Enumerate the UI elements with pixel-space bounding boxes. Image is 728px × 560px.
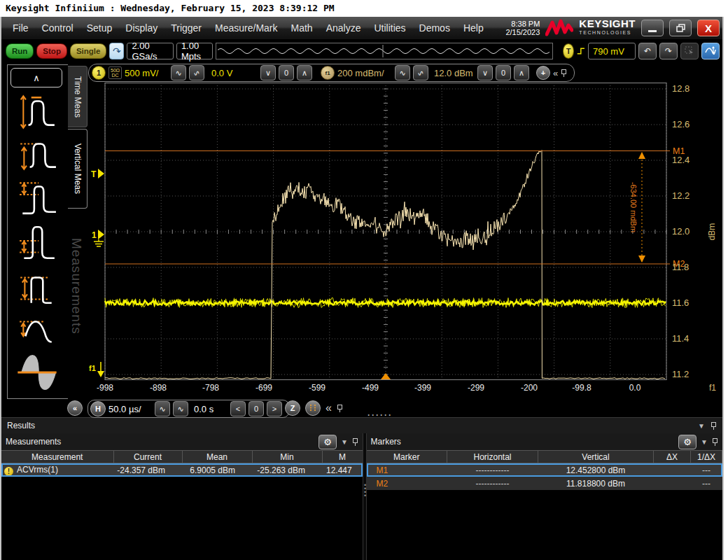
f1-indicator[interactable]: f1 — [321, 66, 335, 80]
menu-file[interactable]: File — [13, 22, 29, 34]
memory-depth-field[interactable]: 1.00 Mpts — [176, 43, 213, 59]
f1-offset-down-button[interactable]: ∨ — [477, 65, 493, 80]
close-button[interactable]: X — [697, 20, 720, 36]
panel-splitter-handle[interactable]: ······ — [368, 410, 393, 420]
pin-icon[interactable] — [712, 438, 718, 446]
measure-vpp-icon[interactable] — [15, 268, 59, 309]
ch1-scale-down-icon[interactable]: ∿ — [189, 65, 204, 80]
hposition-right-button[interactable]: > — [267, 401, 282, 416]
pin-icon[interactable] — [337, 404, 343, 412]
menu-math[interactable]: Math — [291, 22, 313, 34]
single-button[interactable]: Single — [70, 43, 107, 59]
zoom-button[interactable]: Z — [285, 400, 300, 416]
undo-button[interactable]: ↶ — [638, 43, 657, 59]
channel1-ground-marker[interactable]: 1 — [92, 230, 104, 246]
col-marker[interactable]: Marker — [367, 451, 447, 463]
pin-icon[interactable] — [561, 69, 567, 77]
touch-button[interactable]: ↷ — [109, 43, 124, 59]
marker-row-m1[interactable]: M1 ------------ 12.452800 dBm --- — [367, 463, 722, 477]
menu-utilities[interactable]: Utilities — [374, 22, 405, 34]
run-button[interactable]: Run — [6, 43, 34, 59]
col-measurement[interactable]: Measurement — [1, 451, 113, 463]
ch1-offset-up-button[interactable]: ∧ — [297, 65, 312, 80]
measure-vmax-icon[interactable] — [15, 92, 59, 132]
f1-scale-field[interactable]: 200 mdBm/ — [337, 68, 392, 78]
chevron-down-icon[interactable]: ▼ — [341, 438, 348, 446]
markers-settings-button[interactable]: ⚙ — [678, 435, 696, 449]
restore-button[interactable] — [669, 20, 692, 36]
measurements-settings-button[interactable]: ⚙ — [318, 435, 337, 449]
f1-offset-zero-button[interactable]: 0 — [496, 65, 511, 80]
markers-table-header: Marker Horizontal Vertical ΔX 1/ΔX — [367, 451, 722, 463]
pin-icon[interactable] — [710, 421, 717, 430]
tab-vertical-meas[interactable]: Vertical Meas — [68, 129, 88, 209]
chevron-down-icon[interactable]: ▼ — [701, 438, 708, 446]
measure-vtop-icon[interactable] — [15, 134, 59, 174]
f1-trace[interactable] — [105, 150, 665, 379]
cursor-tool-button[interactable] — [680, 43, 699, 59]
tab-time-meas[interactable]: Time Meas — [68, 66, 88, 127]
palette-scroll-up-button[interactable]: ∧ — [10, 68, 62, 88]
col-horizontal[interactable]: Horizontal — [447, 451, 538, 463]
acquisition-preview-strip[interactable] — [216, 43, 553, 59]
menu-analyze[interactable]: Analyze — [326, 22, 361, 34]
hposition-zero-button[interactable]: 0 — [248, 401, 264, 416]
menu-control[interactable]: Control — [42, 22, 74, 34]
col-inv-dx[interactable]: 1/ΔX — [691, 451, 722, 463]
f1-scale-down-icon[interactable]: ∿ — [413, 65, 428, 80]
menu-help[interactable]: Help — [463, 22, 484, 34]
menu-setup[interactable]: Setup — [87, 22, 113, 34]
timebase-field[interactable]: 50.0 µs/ — [108, 404, 152, 414]
minimize-button[interactable] — [641, 20, 664, 36]
ch1-scale-up-icon[interactable]: ∿ — [171, 65, 186, 80]
trigger-level-field[interactable]: 790 mV — [588, 43, 636, 59]
menu-display[interactable]: Display — [125, 22, 158, 34]
marker-row-m2[interactable]: M2 ------------ 11.818800 dBm --- — [367, 477, 722, 490]
hposition-field[interactable]: 0.0 s — [194, 404, 227, 414]
add-channel-button[interactable]: + — [536, 66, 550, 80]
waveform-display[interactable]: -634.00 mdBm M1 M2 T 1 f1 — [88, 83, 722, 399]
f1-offset-field[interactable]: 12.0 dBm — [434, 68, 475, 78]
measure-vamplitude-icon[interactable] — [15, 310, 59, 351]
trigger-time-marker[interactable] — [381, 373, 391, 379]
results-splitter[interactable]: •••• — [363, 433, 367, 560]
channel1-scale-field[interactable]: 500 mV/ — [125, 68, 168, 78]
hposition-left-button[interactable]: < — [230, 401, 246, 416]
menu-measure-mark[interactable]: Measure/Mark — [215, 22, 277, 34]
col-current[interactable]: Current — [113, 451, 182, 463]
sample-rate-field[interactable]: 2.00 GSa/s — [127, 43, 174, 59]
chevron-down-icon[interactable]: ▼ — [698, 422, 705, 430]
channel1-offset-field[interactable]: 0.0 V — [211, 68, 258, 78]
redo-button[interactable]: ↷ — [659, 43, 678, 59]
horizontal-indicator[interactable]: H — [90, 401, 106, 416]
menu-demos[interactable]: Demos — [419, 22, 450, 34]
measure-vrms-icon[interactable] — [15, 351, 59, 394]
timebase-zoom-in-icon[interactable]: ∿ — [155, 401, 170, 416]
col-dx[interactable]: ΔX — [654, 451, 691, 463]
col-vertical[interactable]: Vertical — [538, 451, 654, 463]
waveform-tool-button[interactable] — [701, 43, 720, 59]
f1-scale-up-icon[interactable]: ∿ — [395, 65, 410, 80]
col-min[interactable]: Min — [252, 451, 322, 463]
pin-icon[interactable] — [352, 438, 358, 446]
col-mean[interactable]: Mean — [182, 451, 252, 463]
collapse-hbar-icon[interactable]: « — [326, 402, 332, 414]
ch1-offset-zero-button[interactable]: 0 — [279, 65, 294, 80]
trigger-level-marker[interactable]: T — [91, 169, 104, 179]
menu-trigger[interactable]: Trigger — [171, 22, 202, 34]
f1-offscale-marker[interactable]: f1 — [89, 362, 104, 377]
stop-button[interactable]: Stop — [36, 43, 67, 59]
channel1-coupling-badge[interactable]: 50Ω DC — [108, 66, 122, 79]
collapse-sidebar-button[interactable]: « — [67, 400, 83, 416]
collapse-channels-icon[interactable]: « — [553, 68, 558, 78]
timebase-zoom-out-icon[interactable]: ∿ — [173, 401, 188, 416]
channel1-indicator[interactable]: 1 — [92, 66, 106, 80]
ch1-offset-down-button[interactable]: ∨ — [260, 65, 276, 80]
measure-vlower-icon[interactable] — [15, 222, 59, 262]
trigger-source-indicator[interactable]: T — [563, 43, 575, 59]
measurement-row-acvrms[interactable]: !ACVrms(1) -24.357 dBm 6.9005 dBm -25.26… — [1, 463, 363, 477]
col-max[interactable]: M — [322, 451, 363, 463]
f1-offset-up-button[interactable]: ∧ — [514, 65, 529, 80]
measure-vupper-icon[interactable] — [15, 176, 59, 216]
cursors-button[interactable] — [305, 400, 321, 416]
